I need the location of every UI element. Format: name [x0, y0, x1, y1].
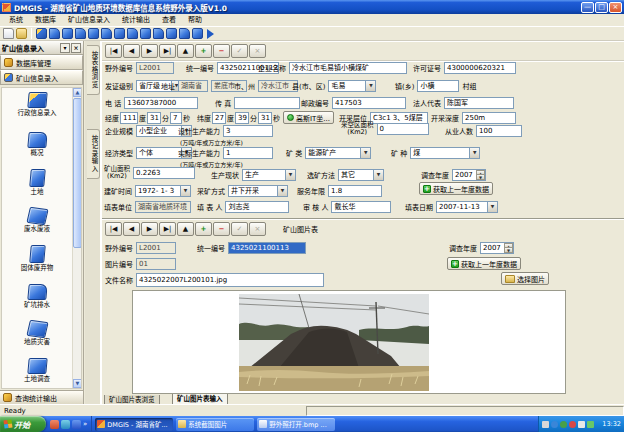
fax-input[interactable]: [234, 97, 300, 109]
sidebar-item-solid-waste[interactable]: 固体废弃物: [4, 245, 70, 272]
toolbar-icon[interactable]: [88, 28, 99, 39]
minimize-button[interactable]: —: [581, 2, 594, 13]
picture-no-input[interactable]: 01: [136, 258, 176, 270]
sidebar-item-overview[interactable]: 概况: [4, 132, 70, 157]
actual-capacity-input[interactable]: 1: [223, 147, 273, 159]
goaf-area-input[interactable]: 0: [377, 123, 429, 135]
survey-year-spinner[interactable]: 2007▲▼: [452, 169, 486, 181]
scroll-down-icon[interactable]: ▼: [73, 379, 82, 388]
chevron-down-icon[interactable]: ▼: [180, 186, 190, 196]
license-input[interactable]: 4300000620321: [444, 62, 516, 74]
picture-field-no-input[interactable]: L2001: [136, 242, 176, 254]
picture-unified-no-input[interactable]: 4325021100113: [228, 242, 306, 254]
prior-record-button[interactable]: ◀: [123, 222, 140, 236]
tray-icon[interactable]: [542, 421, 549, 428]
next-record-button[interactable]: ▶: [141, 222, 158, 236]
dressing-method-select[interactable]: 其它▼: [338, 169, 384, 181]
lat-min-input[interactable]: 39: [235, 112, 249, 124]
service-years-input[interactable]: 1.8: [328, 185, 382, 197]
scrollbar-thumb[interactable]: [73, 98, 82, 248]
lon-min-input[interactable]: 31: [147, 112, 161, 124]
built-time-select[interactable]: 1972- 1- 3▼: [135, 185, 191, 197]
depth-input[interactable]: 250m: [462, 112, 516, 124]
picture-survey-year-spinner[interactable]: 2007▲▼: [480, 242, 514, 254]
toolbar-icon[interactable]: [153, 28, 164, 39]
lat-sec-input[interactable]: 31: [258, 112, 272, 124]
insert-record-button[interactable]: +: [195, 222, 212, 236]
chevron-down-icon[interactable]: ▼: [373, 170, 383, 180]
cancel-edit-button[interactable]: ×: [249, 44, 266, 58]
tray-icon[interactable]: [569, 421, 576, 428]
lon-deg-input[interactable]: 111: [120, 112, 138, 124]
choose-picture-button[interactable]: 选择图片: [501, 272, 549, 285]
menu-help[interactable]: 帮助: [182, 14, 208, 26]
fill-date-select[interactable]: 2007-11-13▼: [436, 201, 498, 213]
taskbar-task-screenshots-folder[interactable]: 系统截图图片: [176, 418, 254, 431]
auditor-input[interactable]: 戴长华: [331, 201, 391, 213]
toolbar-icon[interactable]: [62, 28, 73, 39]
toolbar-icon[interactable]: [179, 28, 190, 39]
quick-launch-icon[interactable]: [61, 420, 70, 429]
sidebar-item-admin-info[interactable]: 行政信息录入: [4, 92, 70, 117]
lat-deg-input[interactable]: 27: [212, 112, 226, 124]
post-edit-button[interactable]: ✓: [231, 222, 248, 236]
field-no-input[interactable]: L2001: [136, 62, 174, 74]
company-input[interactable]: 冷水江市毛易镇小横煤矿: [289, 62, 407, 74]
spin-down-icon[interactable]: ▼: [504, 247, 513, 253]
sidebar-scrollbar[interactable]: ▲ ▼: [72, 88, 81, 388]
production-status-select[interactable]: 生产▼: [242, 169, 296, 181]
last-record-button[interactable]: ▶|: [159, 222, 176, 236]
sidebar-item-pit-drainage[interactable]: 矿坑排水: [4, 284, 70, 309]
town-input[interactable]: 小横: [417, 80, 459, 92]
county-select[interactable]: 毛易▼: [328, 80, 376, 92]
chevron-down-icon[interactable]: ▼: [277, 186, 287, 196]
postcode-input[interactable]: 417503: [332, 97, 406, 109]
menu-database[interactable]: 数据库: [29, 14, 62, 26]
toolbar-icon[interactable]: [101, 28, 112, 39]
sidebar-item-wastewater[interactable]: 废水废液: [4, 208, 70, 233]
taskbar-clock[interactable]: 13:32: [602, 420, 621, 428]
lon-sec-input[interactable]: 7: [170, 112, 182, 124]
tray-icon[interactable]: [587, 421, 594, 428]
sidebar-group-database[interactable]: 数据库管理: [0, 55, 83, 70]
design-capacity-input[interactable]: 3: [223, 125, 273, 137]
sidebar-group-query-stats[interactable]: 查询统计输出: [0, 390, 83, 404]
taskbar-task-dmgis[interactable]: DMGIS - 湖南省矿...: [95, 418, 173, 431]
toolbar-icon[interactable]: [127, 28, 138, 39]
toolbar-icon[interactable]: [114, 28, 125, 39]
delete-record-button[interactable]: −: [213, 44, 230, 58]
menu-view[interactable]: 查看: [156, 14, 182, 26]
post-edit-button[interactable]: ✓: [231, 44, 248, 58]
sidebar-item-land-survey[interactable]: 土地调查: [4, 358, 70, 383]
toolbar-icon[interactable]: [140, 28, 151, 39]
close-button[interactable]: ×: [609, 2, 622, 13]
chevron-down-icon[interactable]: ▼: [285, 170, 295, 180]
toolbar-icon[interactable]: [166, 28, 177, 39]
first-record-button[interactable]: |◀: [105, 222, 122, 236]
fill-person-input[interactable]: 刘志尧: [225, 201, 289, 213]
spin-down-icon[interactable]: ▼: [476, 174, 485, 180]
delete-record-button[interactable]: −: [213, 222, 230, 236]
tab-browse-by-grid[interactable]: 按表格浏览: [87, 45, 100, 95]
toolbar-icon[interactable]: [49, 28, 60, 39]
sidebar-close-icon[interactable]: ×: [71, 43, 81, 53]
insert-record-button[interactable]: +: [195, 44, 212, 58]
new-file-icon[interactable]: [3, 28, 14, 39]
sidebar-item-land[interactable]: 土地: [4, 169, 70, 196]
gauss-coordinates-button[interactable]: 高斯IT坐...: [283, 111, 334, 124]
chevron-down-icon[interactable]: ▼: [360, 148, 370, 158]
prior-record-button[interactable]: ◀: [123, 44, 140, 58]
menu-mine-info-entry[interactable]: 矿山信息录入: [62, 14, 116, 26]
legal-rep-input[interactable]: 陈国军: [444, 97, 514, 109]
menu-system[interactable]: 系统: [3, 14, 29, 26]
file-name-input[interactable]: 4325022007L200101.jpg: [136, 273, 324, 287]
mining-method-select[interactable]: 井下开采▼: [228, 185, 288, 197]
get-previous-year-button[interactable]: + 获取上一年度数据: [419, 182, 493, 195]
quick-launch-icon[interactable]: [50, 420, 59, 429]
province-input[interactable]: 湖南省: [178, 80, 208, 92]
tray-icon[interactable]: [578, 421, 585, 428]
edit-record-button[interactable]: ▲: [177, 222, 194, 236]
toolbar-icon[interactable]: [75, 28, 86, 39]
workers-input[interactable]: 100: [476, 125, 522, 137]
chevron-down-icon[interactable]: ▼: [469, 148, 479, 158]
